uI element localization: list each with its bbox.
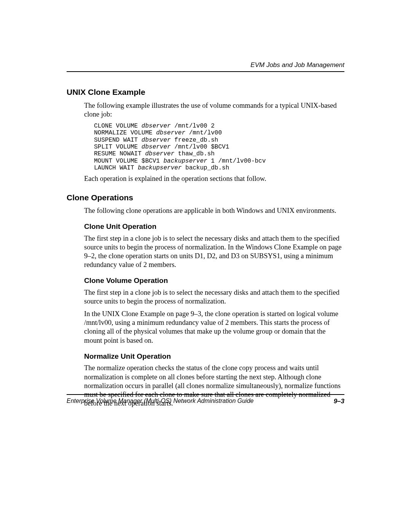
code-token: /mnt/lv00 $BCV1	[171, 144, 229, 150]
code-arg: dbserver	[142, 144, 171, 150]
paragraph: The first step in a clone job is to sele…	[84, 234, 344, 270]
code-arg: dbserver	[156, 129, 185, 136]
code-arg: dbserver	[142, 123, 171, 129]
paragraph: In the UNIX Clone Example on page 9–3, t…	[84, 310, 344, 345]
heading-clone-unit-operation: Clone Unit Operation	[84, 222, 344, 231]
paragraph: The first step in a clone job is to sele…	[84, 288, 344, 306]
heading-unix-clone-example: UNIX Clone Example	[67, 87, 344, 97]
heading-clone-volume-operation: Clone Volume Operation	[84, 276, 344, 285]
code-token: freeze_db.sh	[171, 137, 218, 144]
code-token: RESUME NOWAIT	[94, 150, 145, 157]
code-token: SUSPEND WAIT	[94, 137, 142, 144]
paragraph: Each operation is explained in the opera…	[84, 174, 344, 183]
code-token: /mnt/lv00 2	[171, 123, 215, 129]
heading-normalize-unit-operation: Normalize Unit Operation	[84, 352, 344, 361]
running-header: EVM Jobs and Job Management	[67, 61, 344, 71]
code-token: MOUNT VOLUME $BCV1	[94, 158, 163, 165]
code-arg: dbserver	[145, 150, 174, 157]
heading-clone-operations: Clone Operations	[67, 193, 344, 203]
code-arg: backupserver	[138, 165, 182, 171]
page: EVM Jobs and Job Management UNIX Clone E…	[0, 0, 411, 532]
code-token: thaw_db.sh	[174, 150, 215, 157]
code-arg: dbserver	[142, 137, 171, 144]
paragraph: The following clone operations are appli…	[84, 206, 344, 215]
page-footer: Enterprise Volume Manager (Multi-OS) Net…	[67, 394, 344, 405]
code-token: backup_db.sh	[182, 165, 229, 171]
code-token: CLONE VOLUME	[94, 123, 142, 129]
code-token: NORMALIZE VOLUME	[94, 129, 156, 136]
code-token: 1 /mnt/lv00-bcv	[207, 158, 266, 165]
code-token: SPLIT VOLUME	[94, 144, 142, 150]
footer-book-title: Enterprise Volume Manager (Multi-OS) Net…	[67, 397, 253, 405]
footer-rule	[67, 394, 344, 395]
page-number: 9–3	[334, 397, 344, 405]
header-rule	[67, 71, 344, 72]
code-arg: backupserver	[163, 158, 207, 165]
code-token: LAUNCH WAIT	[94, 165, 138, 171]
code-token: /mnt/lv00	[185, 129, 222, 136]
paragraph: The following example illustrates the us…	[84, 101, 344, 119]
code-block-clone-job: CLONE VOLUME dbserver /mnt/lv00 2 NORMAL…	[94, 123, 344, 172]
